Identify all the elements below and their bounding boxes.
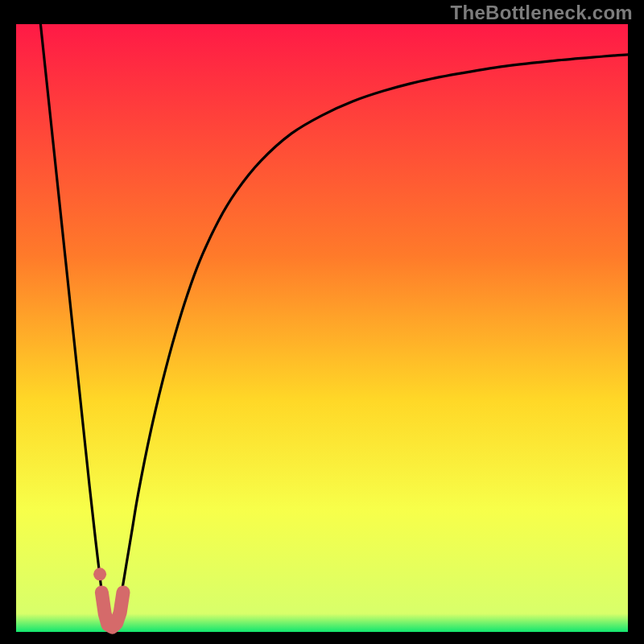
chart-frame: { "watermark": "TheBottleneck.com", "col…	[0, 0, 644, 644]
bottleneck-chart	[0, 0, 644, 644]
valley-marker-dot	[93, 568, 106, 580]
watermark-text: TheBottleneck.com	[451, 2, 633, 24]
